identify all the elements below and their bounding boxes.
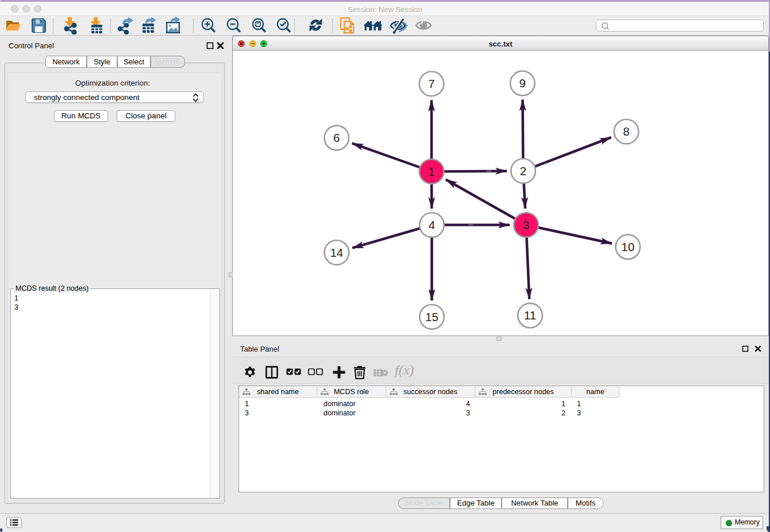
svg-text:14: 14 [330,246,343,259]
svg-text:2: 2 [520,164,526,178]
svg-text:11: 11 [524,309,536,322]
svg-text:6: 6 [333,131,340,144]
svg-text:9: 9 [519,76,526,90]
svg-text:4: 4 [429,218,435,232]
svg-text:1: 1 [428,165,434,178]
svg-text:3: 3 [523,218,529,232]
svg-text:7: 7 [428,77,434,90]
svg-text:8: 8 [623,125,629,138]
svg-text:15: 15 [425,310,438,323]
svg-text:10: 10 [621,240,634,253]
